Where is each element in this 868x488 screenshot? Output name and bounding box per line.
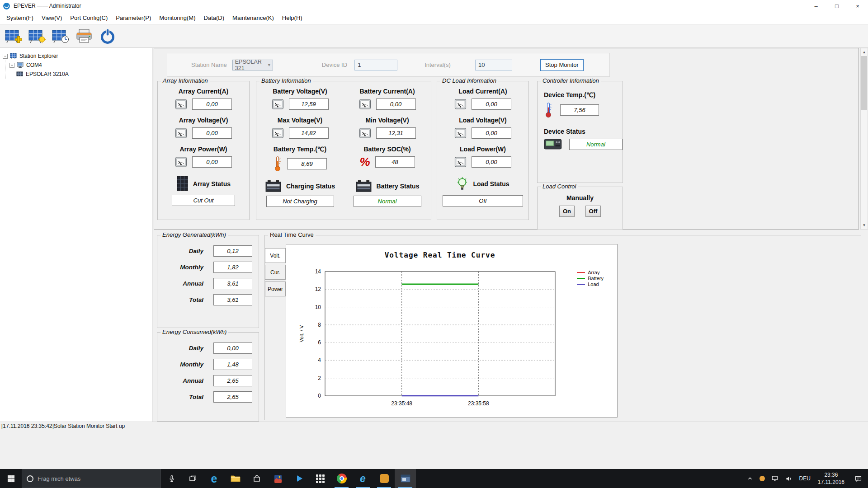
menu-help[interactable]: Help(H) — [278, 14, 307, 21]
photos-icon — [274, 474, 283, 483]
gauge-icon — [454, 156, 467, 168]
menu-maintenance[interactable]: Maintenance(K) — [228, 14, 278, 21]
load-off-button[interactable]: Off — [585, 206, 601, 217]
tray-icon-updater[interactable] — [756, 469, 768, 488]
thermometer-icon — [544, 102, 553, 118]
chrome-icon — [337, 474, 347, 483]
interval-label: Interval(s) — [425, 61, 451, 68]
dictation-mic-button[interactable] — [161, 469, 182, 488]
orange-status-icon — [760, 476, 765, 481]
system-tray: DEU 23:36 17.11.2016 — [744, 469, 868, 488]
interval-input[interactable] — [475, 60, 512, 70]
print-button[interactable] — [74, 26, 94, 46]
metric-min-voltage: Min Voltage(V) 12,31 — [359, 117, 416, 139]
scroll-down-arrow[interactable]: ▼ — [861, 221, 868, 229]
collapse-icon[interactable]: − — [3, 54, 8, 59]
collapse-icon[interactable]: − — [9, 63, 14, 68]
tree-label-root: Station Explorer — [19, 53, 58, 59]
group-title: Load Control — [541, 183, 578, 190]
svg-text:23:35:58: 23:35:58 — [468, 400, 489, 407]
taskbar-icon-epever[interactable] — [373, 469, 395, 488]
taskbar-icon-edge[interactable]: e — [203, 469, 225, 488]
menu-monitoring[interactable]: Monitoring(M) — [155, 14, 199, 21]
minimize-button[interactable]: – — [806, 0, 826, 12]
main-panel: Station Name EPSOLAR 321 ▾ Device ID Int… — [152, 48, 868, 422]
energy-row: Daily 0,00 — [157, 343, 259, 354]
window-controls: – □ × — [806, 0, 868, 12]
power-button[interactable] — [98, 26, 118, 46]
vertical-scrollbar[interactable]: ▲ ▼ — [860, 48, 868, 230]
tray-icon-display[interactable] — [768, 469, 782, 488]
tray-icon-volume[interactable] — [782, 469, 796, 488]
close-button[interactable]: × — [847, 0, 868, 12]
taskbar-icon-store[interactable] — [246, 469, 267, 488]
load-on-button[interactable]: On — [559, 206, 575, 217]
menu-data[interactable]: Data(D) — [200, 14, 229, 21]
taskbar-icon-explorer[interactable] — [225, 469, 246, 488]
battery-status-label: Battery Status — [377, 183, 420, 190]
gauge-icon — [272, 98, 284, 110]
station-time-icon — [52, 27, 70, 45]
window-title: EPEVER —— Administrator — [14, 3, 81, 9]
scroll-up-arrow[interactable]: ▲ — [861, 48, 868, 56]
epever-app-icon — [380, 474, 389, 483]
stop-monitor-button[interactable]: Stop Monitor — [540, 59, 584, 71]
tab-power[interactable]: Power — [265, 282, 286, 296]
taskbar-icon-epsolar-active[interactable] — [395, 469, 416, 488]
group-title: DC Load Information — [440, 77, 498, 84]
scrollbar-track[interactable] — [861, 56, 868, 221]
tab-volt[interactable]: Volt. — [265, 248, 286, 263]
taskbar-icon-chrome[interactable] — [331, 469, 352, 488]
taskbar-icon-media-player[interactable] — [288, 469, 310, 488]
tree-label-port: COM4 — [26, 62, 42, 68]
monitor-section: Station Name EPSOLAR 321 ▾ Device ID Int… — [154, 48, 859, 230]
thermometer-icon — [273, 156, 282, 172]
svg-text:Volt. / V: Volt. / V — [299, 325, 304, 343]
tab-cur[interactable]: Cur. — [265, 265, 286, 280]
add-station-button[interactable] — [4, 26, 24, 46]
tree-children-root: − COM4 EPSOLAR 3210A — [5, 61, 151, 79]
device-id-input[interactable] — [354, 60, 397, 70]
taskbar-search[interactable]: Frag mich etwas — [22, 469, 161, 488]
action-center-button[interactable] — [849, 469, 868, 488]
controller-information-group: Controller Information Device Temp.(℃) 7… — [537, 81, 623, 183]
cortana-icon — [27, 475, 33, 482]
language-indicator[interactable]: DEU — [796, 469, 813, 488]
metric-label: Min Voltage(V) — [365, 117, 409, 124]
display-icon — [771, 475, 778, 482]
metric-array-voltage: Array Voltage(V) 0,00 — [158, 117, 249, 139]
tree-node-station-explorer[interactable]: − Station Explorer — [3, 52, 151, 61]
station-time-button[interactable] — [51, 26, 71, 46]
taskbar-icon-apps-grid[interactable] — [310, 469, 331, 488]
battery-icon — [265, 179, 282, 192]
station-name-select[interactable]: EPSOLAR 321 ▾ — [232, 60, 273, 70]
battery-status-value: Normal — [354, 196, 421, 207]
metric-label: Array Current(A) — [179, 88, 228, 95]
svg-text:8: 8 — [318, 322, 321, 328]
menu-view[interactable]: View(V) — [38, 14, 66, 21]
tree-node-com4[interactable]: − COM4 — [9, 61, 151, 70]
edge-icon: e — [211, 473, 217, 484]
task-view-button[interactable] — [182, 469, 203, 488]
taskbar-clock[interactable]: 23:36 17.11.2016 — [814, 469, 849, 488]
metric-label: Battery Temp.(℃) — [274, 145, 326, 153]
device-status-value: Normal — [569, 139, 623, 150]
energy-row-label: Monthly — [180, 361, 203, 368]
scrollbar-thumb[interactable] — [861, 56, 867, 110]
energy-row-label: Annual — [183, 280, 203, 287]
notification-icon — [854, 475, 862, 483]
menu-system[interactable]: System(F) — [2, 14, 38, 21]
tree-children-com4: EPSOLAR 3210A — [12, 70, 151, 79]
tray-chevron-button[interactable] — [744, 469, 756, 488]
menu-parameter[interactable]: Parameter(P) — [112, 14, 155, 21]
station-monitor-button[interactable] — [27, 26, 47, 46]
array-status-value: Cut Out — [172, 195, 235, 206]
taskbar-icon-internet-explorer[interactable]: e — [352, 469, 373, 488]
taskbar-icon-photos[interactable] — [267, 469, 288, 488]
tree-node-device[interactable]: EPSOLAR 3210A — [16, 70, 151, 79]
start-button[interactable] — [0, 469, 22, 488]
clock-time: 23:36 — [824, 471, 838, 479]
app-logo-icon — [3, 2, 10, 10]
menu-port-config[interactable]: Port Config(C) — [66, 14, 112, 21]
maximize-button[interactable]: □ — [826, 0, 847, 12]
